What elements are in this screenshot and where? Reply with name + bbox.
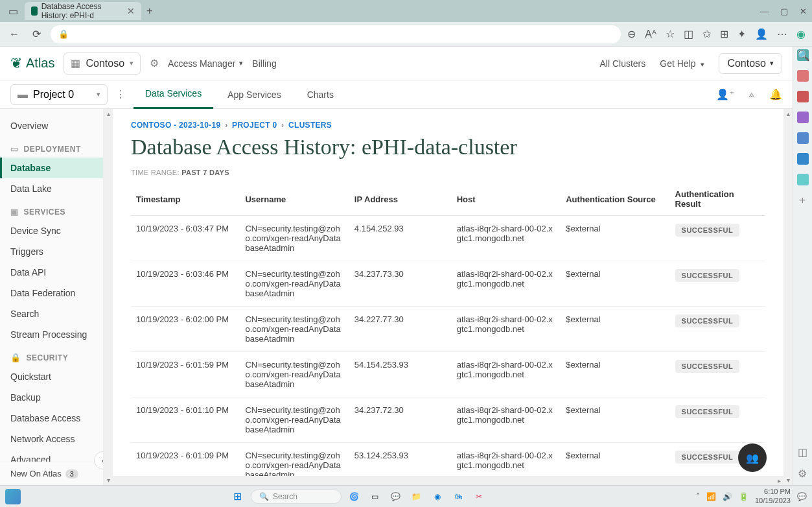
tab-actions-icon[interactable]: ▭ — [5, 3, 21, 19]
chat-fab[interactable]: 👥 — [738, 443, 767, 472]
breadcrumb-project[interactable]: PROJECT 0 — [232, 121, 277, 130]
breadcrumb-org[interactable]: CONTOSO - 2023-10-19 — [131, 121, 221, 130]
sidebar-item-backup[interactable]: Backup — [0, 387, 103, 408]
table-row: 10/19/2023 - 6:03:46 PMCN=security.testi… — [131, 261, 765, 307]
refresh-button[interactable]: ⟳ — [29, 27, 44, 42]
sidebar-item-stream-processing[interactable]: Stream Processing — [0, 324, 103, 345]
close-window-button[interactable]: ✕ — [800, 6, 807, 16]
edge-games-icon[interactable] — [797, 112, 809, 123]
project-selector[interactable]: ▬ Project 0 ▾ — [10, 84, 108, 105]
sidebar-header-security: 🔒 SECURITY — [0, 345, 103, 366]
col-username[interactable]: Username — [240, 183, 349, 216]
tray-network-icon[interactable]: 📶 — [706, 492, 716, 501]
tab-app-services[interactable]: App Services — [216, 80, 292, 109]
maximize-button[interactable]: ▢ — [780, 6, 788, 16]
invite-icon[interactable]: 👤⁺ — [716, 88, 734, 100]
breadcrumb-clusters[interactable]: CLUSTERS — [288, 121, 332, 130]
content-scrollbar[interactable]: ▴▾ — [783, 109, 793, 485]
widgets-icon[interactable] — [5, 489, 21, 504]
horizontal-scrollbar[interactable]: ▸ — [113, 476, 783, 485]
taskbar-chat-icon[interactable]: 💬 — [388, 489, 404, 504]
edge-settings-icon[interactable]: ⚙ — [798, 467, 807, 480]
taskbar-explorer-icon[interactable]: 📁 — [409, 489, 424, 504]
user-menu[interactable]: Contoso ▾ — [719, 53, 782, 74]
sidebar-new-on-atlas[interactable]: New On Atlas 3 — [0, 462, 103, 485]
sidebar-item-search[interactable]: Search — [0, 303, 103, 324]
bell-icon[interactable]: 🔔 — [769, 88, 782, 100]
tab-close-icon[interactable]: ✕ — [127, 6, 135, 16]
copilot-icon[interactable]: ◉ — [796, 28, 806, 40]
sidebar-item-triggers[interactable]: Triggers — [0, 241, 103, 262]
sidebar-item-device-sync[interactable]: Device Sync — [0, 220, 103, 241]
sidebar-item-network-access[interactable]: Network Access — [0, 429, 103, 449]
browser-tab[interactable]: Database Access History: ePHI-d ✕ — [25, 2, 141, 20]
taskbar-store-icon[interactable]: 🛍 — [450, 489, 466, 504]
col-auth-source[interactable]: Authentication Source — [561, 183, 669, 216]
sidebar-item-quickstart[interactable]: Quickstart — [0, 366, 103, 387]
tab-favicon-icon — [31, 6, 38, 16]
edge-plus-icon[interactable]: + — [797, 195, 809, 206]
edge-tools-icon[interactable] — [797, 70, 809, 82]
all-clusters-link[interactable]: All Clusters — [599, 58, 645, 69]
search-icon: 🔍 — [259, 492, 269, 501]
sidebar-item-overview[interactable]: Overview — [0, 115, 103, 136]
edge-search-icon[interactable]: 🔍 — [797, 49, 809, 61]
taskbar-search[interactable]: 🔍 Search — [251, 489, 342, 504]
cell-auth-source: $external — [561, 307, 669, 352]
sidebar-item-data-lake[interactable]: Data Lake — [0, 178, 103, 199]
cell-ip: 34.227.77.30 — [349, 307, 452, 352]
taskbar-app-icon[interactable]: ✂ — [471, 489, 487, 504]
favorite-icon[interactable]: ☆ — [666, 28, 675, 40]
cell-host: atlas-i8qr2i-shard-00-02.xgtc1.mongodb.n… — [452, 216, 561, 261]
start-button[interactable]: ⊞ — [230, 489, 246, 504]
tray-battery-icon[interactable]: 🔋 — [739, 492, 748, 501]
edge-panel-icon[interactable]: ◫ — [798, 446, 807, 458]
sidebar-item-data-api[interactable]: Data API — [0, 262, 103, 283]
sidebar-item-data-federation[interactable]: Data Federation — [0, 283, 103, 303]
edge-shopping-icon[interactable] — [797, 91, 809, 102]
taskbar-browser-icon[interactable]: ◉ — [430, 489, 445, 504]
project-more-icon[interactable]: ⋮ — [110, 88, 131, 100]
cell-timestamp: 10/19/2023 - 6:01:59 PM — [131, 352, 240, 397]
sidebar-item-database-access[interactable]: Database Access — [0, 408, 103, 429]
atlas-logo[interactable]: ❦ Atlas — [10, 55, 54, 72]
profile-icon[interactable]: 👤 — [755, 28, 768, 40]
favorites-bar-icon[interactable]: ✩ — [702, 28, 711, 40]
sidebar-scrollbar[interactable]: ▴▾ — [104, 109, 113, 485]
activity-icon[interactable]: ⟁ — [748, 88, 755, 100]
taskbar-edge-icon[interactable]: 🌀 — [347, 489, 362, 504]
get-help-link[interactable]: Get Help ▾ — [660, 58, 704, 69]
url-input[interactable]: 🔒 — [51, 25, 621, 43]
back-button[interactable]: ← — [6, 27, 22, 42]
split-icon[interactable]: ◫ — [684, 28, 693, 40]
taskbar-taskview-icon[interactable]: ▭ — [367, 489, 383, 504]
read-aloud-icon[interactable]: Aᴬ — [645, 28, 656, 40]
tab-charts[interactable]: Charts — [296, 80, 345, 109]
col-auth-result[interactable]: Authentication Result — [670, 183, 765, 216]
edge-outlook-icon[interactable] — [797, 153, 809, 165]
menu-icon[interactable]: ⋯ — [777, 28, 787, 40]
org-settings-icon[interactable]: ⚙ — [150, 57, 159, 69]
minimize-button[interactable]: — — [760, 6, 769, 16]
chevron-down-icon: ▾ — [130, 59, 133, 67]
new-count-badge: 3 — [65, 469, 78, 478]
sidebar-item-database[interactable]: Database — [0, 158, 103, 178]
collections-icon[interactable]: ⊞ — [720, 28, 728, 40]
tray-chevron-icon[interactable]: ˄ — [696, 492, 700, 501]
new-tab-button[interactable]: + — [146, 5, 152, 17]
tab-data-services[interactable]: Data Services — [133, 80, 213, 109]
notifications-icon[interactable]: 💬 — [797, 492, 807, 501]
extensions-icon[interactable]: ✦ — [737, 28, 746, 40]
window-controls: — ▢ ✕ — [760, 6, 807, 16]
access-manager-link[interactable]: Access Manager ▾ — [168, 58, 243, 69]
col-host[interactable]: Host — [452, 183, 561, 216]
tray-volume-icon[interactable]: 🔊 — [723, 492, 732, 501]
col-ip[interactable]: IP Address — [349, 183, 452, 216]
billing-link[interactable]: Billing — [252, 58, 276, 69]
col-timestamp[interactable]: Timestamp — [131, 183, 240, 216]
taskbar-clock[interactable]: 6:10 PM 10/19/2023 — [755, 488, 791, 504]
zoom-icon[interactable]: ⊖ — [627, 28, 636, 40]
edge-drop-icon[interactable] — [797, 174, 809, 185]
edge-office-icon[interactable] — [797, 132, 809, 144]
org-selector[interactable]: ▦ Contoso ▾ — [64, 53, 141, 75]
